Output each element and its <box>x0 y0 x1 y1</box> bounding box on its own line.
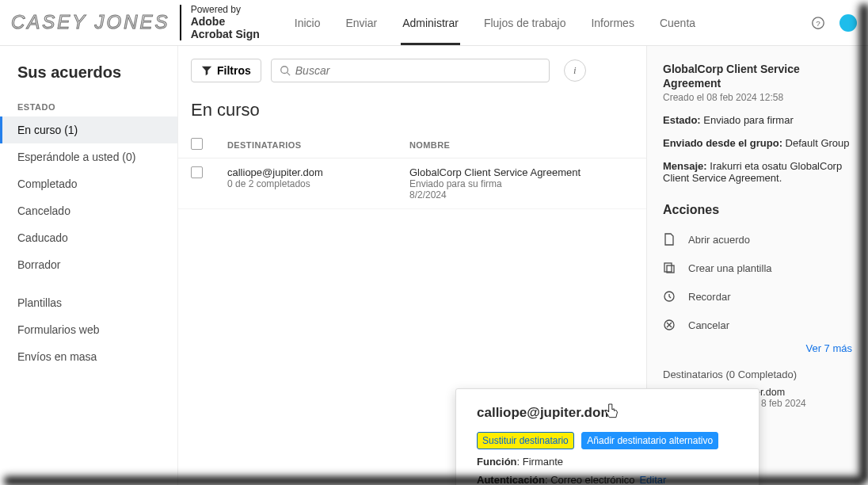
topbar-right: ? <box>811 14 857 32</box>
svg-point-2 <box>281 67 288 74</box>
column-recipients: DESTINATARIOS <box>227 140 409 150</box>
column-name: NOMBRE <box>409 140 634 150</box>
role-label: Función <box>477 456 517 468</box>
document-icon <box>663 233 676 246</box>
select-all-checkbox[interactable] <box>191 138 203 150</box>
nav-reports[interactable]: Informes <box>589 1 635 45</box>
action-remind-label: Recordar <box>688 291 730 303</box>
powered-label: Powered by <box>191 4 241 15</box>
recipients-title: Destinatarios (0 Completado) <box>663 369 852 380</box>
nav-home[interactable]: Inicio <box>293 1 322 45</box>
action-cancel[interactable]: Cancelar <box>663 311 852 339</box>
sidebar-item-expired[interactable]: Caducado <box>0 224 177 251</box>
row-checkbox[interactable] <box>191 166 203 178</box>
template-icon <box>663 262 676 274</box>
row-recipient: calliope@jupiter.dom <box>227 166 409 178</box>
svg-rect-4 <box>664 263 672 272</box>
section-title: En curso <box>178 97 646 132</box>
help-icon[interactable]: ? <box>811 16 825 30</box>
nav-workflows[interactable]: Flujos de trabajo <box>482 1 568 45</box>
estado-label: ESTADO <box>0 94 177 116</box>
search-icon <box>280 65 291 76</box>
main-nav: Inicio Enviar Administrar Flujos de trab… <box>293 1 697 45</box>
product-name-2: Acrobat Sign <box>191 28 260 40</box>
group-val: Default Group <box>786 137 850 149</box>
search-input-wrap[interactable] <box>271 59 550 82</box>
sidebar-item-in-progress[interactable]: En curso (1) <box>0 116 177 143</box>
filters-button[interactable]: Filtros <box>191 59 261 82</box>
filters-label: Filtros <box>217 64 251 77</box>
filter-icon <box>201 65 212 76</box>
search-input[interactable] <box>295 64 541 77</box>
recipient-popover: calliope@jupiter.dom Sustituir destinata… <box>455 388 760 485</box>
clock-icon <box>663 290 676 303</box>
sidebar-item-completed[interactable]: Completado <box>0 170 177 197</box>
action-template[interactable]: Crear una plantilla <box>663 254 852 282</box>
add-alternate-button[interactable]: Añadir destinatario alternativo <box>581 432 718 449</box>
detail-created: Creado el 08 feb 2024 12:58 <box>663 92 852 103</box>
actions-title: Acciones <box>663 203 852 217</box>
toolbar: Filtros i <box>178 59 646 97</box>
nav-send[interactable]: Enviar <box>344 1 379 45</box>
popover-email: calliope@jupiter.dom <box>477 405 738 421</box>
center-pane: Filtros i En curso DESTINATARIOS NOMBRE … <box>178 46 646 485</box>
more-actions-link[interactable]: Ver 7 más <box>663 342 852 354</box>
action-open[interactable]: Abrir acuerdo <box>663 225 852 254</box>
estado-val: Enviado para firmar <box>703 114 793 126</box>
row-progress: 0 de 2 completados <box>227 178 409 189</box>
action-open-label: Abrir acuerdo <box>688 234 750 246</box>
estado-key: Estado: <box>663 114 701 126</box>
sidebar-item-cancelled[interactable]: Cancelado <box>0 197 177 224</box>
cancel-icon <box>663 319 676 331</box>
user-avatar[interactable] <box>839 14 857 32</box>
brand-logo: CASEY JONES <box>11 11 170 33</box>
svg-text:?: ? <box>816 18 820 27</box>
sidebar-item-bulk[interactable]: Envíos en masa <box>0 343 177 370</box>
nav-account[interactable]: Cuenta <box>658 1 697 45</box>
message-key: Mensaje: <box>663 160 707 172</box>
row-name: GlobalCorp Client Service Agreement <box>409 166 634 178</box>
role-value: Firmante <box>523 456 563 468</box>
detail-title: GlobalCorp Client Service Agreement <box>663 62 852 90</box>
action-cancel-label: Cancelar <box>688 319 729 331</box>
action-template-label: Crear una plantilla <box>688 262 772 274</box>
agreement-row[interactable]: calliope@jupiter.dom 0 de 2 completados … <box>178 158 646 209</box>
sidebar-item-webforms[interactable]: Formularios web <box>0 316 177 343</box>
sidebar-item-templates[interactable]: Plantillas <box>0 289 177 316</box>
replace-recipient-button[interactable]: Sustituir destinatario <box>477 432 574 449</box>
svg-line-3 <box>287 73 290 76</box>
nav-manage[interactable]: Administrar <box>401 1 460 45</box>
topbar: CASEY JONES Powered by Adobe Acrobat Sig… <box>0 0 868 46</box>
sidebar: Sus acuerdos ESTADO En curso (1) Esperán… <box>0 46 178 485</box>
sidebar-title: Sus acuerdos <box>0 63 177 94</box>
powered-by: Powered by Adobe Acrobat Sign <box>180 5 260 41</box>
info-button[interactable]: i <box>564 59 586 82</box>
logo-area: CASEY JONES Powered by Adobe Acrobat Sig… <box>11 5 260 41</box>
table-head: DESTINATARIOS NOMBRE <box>178 132 646 158</box>
row-status: Enviado para su firma <box>409 178 634 189</box>
row-date: 8/2/2024 <box>409 189 634 200</box>
action-remind[interactable]: Recordar <box>663 282 852 311</box>
group-key: Enviado desde el grupo: <box>663 137 782 149</box>
product-name-1: Adobe <box>191 15 260 28</box>
sidebar-item-waiting[interactable]: Esperándole a usted (0) <box>0 143 177 170</box>
sidebar-item-draft[interactable]: Borrador <box>0 251 177 278</box>
